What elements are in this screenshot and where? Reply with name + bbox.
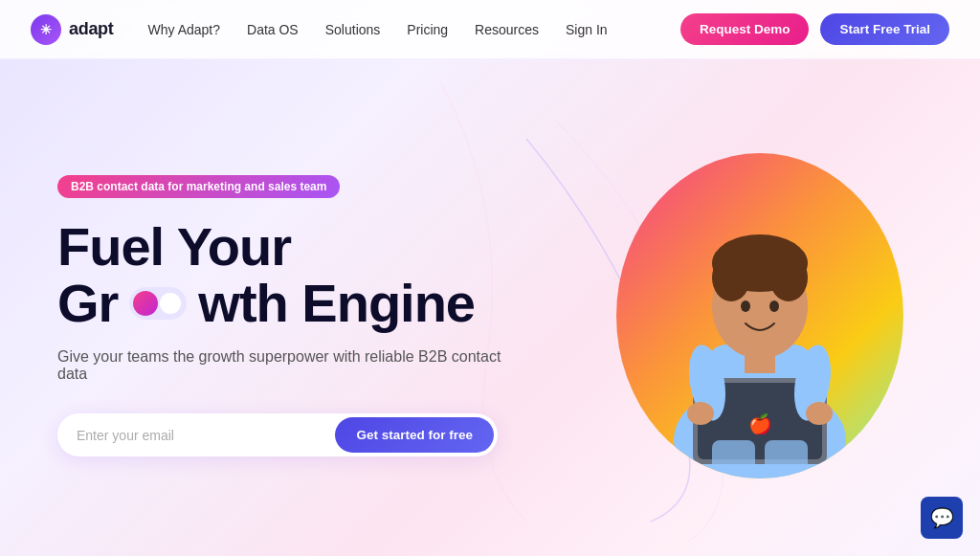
email-input[interactable] xyxy=(77,428,335,443)
svg-point-13 xyxy=(687,402,714,425)
navbar: ✳ adapt Why Adapt? Data OS Solutions Pri… xyxy=(0,0,980,59)
nav-solutions[interactable]: Solutions xyxy=(325,22,381,37)
logo-text: adapt xyxy=(69,19,114,39)
get-started-button[interactable]: Get started for free xyxy=(335,417,494,453)
hero-image: 🍎 xyxy=(597,134,923,498)
logo-icon: ✳ xyxy=(31,14,61,45)
svg-text:🍎: 🍎 xyxy=(748,412,772,435)
person-blob: 🍎 xyxy=(616,153,903,478)
svg-rect-15 xyxy=(745,349,775,373)
svg-point-6 xyxy=(741,300,750,312)
chat-icon: 💬 xyxy=(930,506,954,529)
chat-button[interactable]: 💬 xyxy=(921,497,963,539)
toggle-icon xyxy=(129,287,187,320)
email-form: Get started for free xyxy=(57,413,498,456)
hero-title-line1: Fuel Your xyxy=(57,219,559,276)
nav-why-adapt[interactable]: Why Adapt? xyxy=(148,22,221,37)
svg-point-14 xyxy=(806,402,833,425)
person-illustration: 🍎 xyxy=(635,153,884,478)
logo[interactable]: ✳ adapt xyxy=(31,14,114,45)
nav-actions: Request Demo Start Free Trial xyxy=(680,13,949,45)
hero-title: Fuel Your Gr wth Engine xyxy=(57,219,559,332)
toggle-bg-circle xyxy=(160,293,181,314)
hero-section: B2B contact data for marketing and sales… xyxy=(0,59,980,553)
title-prefix: Gr xyxy=(57,276,118,332)
svg-rect-17 xyxy=(765,440,808,478)
nav-sign-in[interactable]: Sign In xyxy=(566,22,608,37)
nav-links: Why Adapt? Data OS Solutions Pricing Res… xyxy=(148,22,680,37)
hero-content: B2B contact data for marketing and sales… xyxy=(57,175,597,457)
svg-point-4 xyxy=(712,254,750,301)
start-trial-button[interactable]: Start Free Trial xyxy=(820,13,949,45)
request-demo-button[interactable]: Request Demo xyxy=(680,13,810,45)
svg-rect-16 xyxy=(712,440,755,478)
toggle-thumb xyxy=(133,291,158,316)
svg-point-7 xyxy=(769,300,779,312)
title-suffix: wth Engine xyxy=(198,276,475,332)
svg-point-5 xyxy=(769,254,808,301)
hero-subtitle: Give your teams the growth superpower wi… xyxy=(57,348,517,383)
nav-pricing[interactable]: Pricing xyxy=(407,22,448,37)
hero-badge: B2B contact data for marketing and sales… xyxy=(57,175,340,198)
hero-title-line2: Gr wth Engine xyxy=(57,276,559,332)
nav-data-os[interactable]: Data OS xyxy=(247,22,299,37)
nav-resources[interactable]: Resources xyxy=(475,22,539,37)
